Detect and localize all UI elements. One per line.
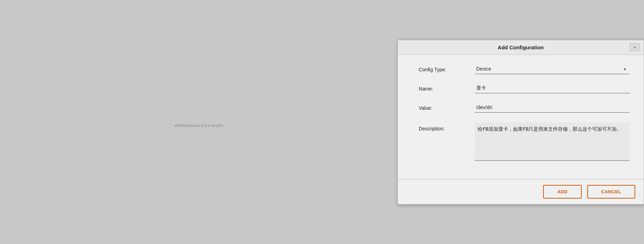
- dialog-body: Config Type: Device Environment Volume P…: [398, 55, 644, 179]
- description-row: Description: 给FB添加显卡，如果FB只是用来文件存储，那么这个可加…: [419, 122, 630, 162]
- add-configuration-dialog: Add Configuration × Config Type: Device …: [397, 40, 644, 204]
- value-row: Value:: [419, 103, 630, 113]
- close-button[interactable]: ×: [630, 43, 639, 51]
- config-type-select-wrapper: Device Environment Volume Port ▼: [475, 65, 630, 74]
- dialog-title: Add Configuration: [498, 44, 544, 50]
- value-control: [475, 103, 630, 113]
- config-type-row: Config Type: Device Environment Volume P…: [419, 65, 630, 74]
- dialog-footer: ADD CANCEL: [398, 179, 644, 204]
- description-control: 给FB添加显卡，如果FB只是用来文件存储，那么这个可加可不加。: [475, 122, 630, 162]
- name-control: [475, 84, 630, 93]
- config-type-label: Config Type:: [419, 65, 475, 72]
- watermark-text: x86/filebrowser:2.9.2-amd64: [174, 123, 223, 128]
- dialog-header: Add Configuration ×: [398, 40, 644, 55]
- config-type-select[interactable]: Device Environment Volume Port: [475, 65, 630, 74]
- config-type-control: Device Environment Volume Port ▼: [475, 65, 630, 74]
- value-label: Value:: [419, 103, 475, 111]
- description-textarea[interactable]: 给FB添加显卡，如果FB只是用来文件存储，那么这个可加可不加。: [475, 122, 630, 161]
- name-row: Name:: [419, 84, 630, 93]
- dialog-overlay: x86/filebrowser:2.9.2-amd64 Add Configur…: [0, 0, 644, 244]
- name-label: Name:: [419, 84, 475, 92]
- value-input[interactable]: [475, 103, 630, 113]
- add-button[interactable]: ADD: [543, 185, 582, 199]
- description-label: Description:: [419, 122, 475, 131]
- close-icon: ×: [633, 45, 636, 50]
- cancel-button[interactable]: CANCEL: [587, 185, 635, 199]
- name-input[interactable]: [475, 84, 630, 93]
